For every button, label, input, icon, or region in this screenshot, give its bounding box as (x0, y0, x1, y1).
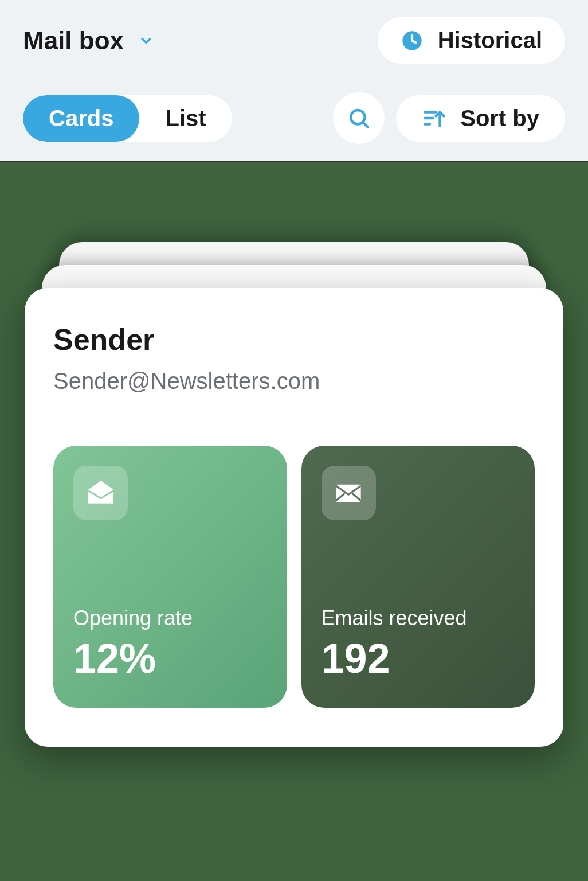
card-email: Sender@Newsletters.com (53, 368, 535, 394)
view-toggle: Cards List (23, 95, 232, 142)
envelope-icon-wrap (322, 466, 376, 520)
top-bar-row-1: Mail box Historical (23, 17, 565, 64)
open-envelope-icon-wrap (73, 466, 128, 520)
opening-rate-label: Opening rate (73, 606, 267, 630)
mailbox-label: Mail box (23, 26, 124, 55)
opening-rate-value: 12% (73, 635, 267, 682)
card-stack: Sender Sender@Newsletters.com Opening ra… (25, 288, 563, 747)
envelope-icon (334, 478, 363, 508)
historical-button[interactable]: Historical (378, 17, 565, 64)
top-bar-row-2: Cards List Sort by (23, 92, 565, 144)
sender-card[interactable]: Sender Sender@Newsletters.com Opening ra… (25, 288, 563, 747)
search-button[interactable] (333, 92, 385, 144)
search-icon (347, 106, 371, 130)
view-cards-button[interactable]: Cards (23, 95, 139, 142)
card-title: Sender (53, 322, 535, 357)
content-area: Sender Sender@Newsletters.com Opening ra… (0, 162, 588, 881)
tiles-row: Opening rate 12% Emails received 192 (53, 446, 535, 708)
svg-rect-10 (336, 484, 360, 501)
view-list-button[interactable]: List (139, 95, 232, 142)
opening-rate-tile[interactable]: Opening rate 12% (53, 446, 287, 708)
open-envelope-icon (86, 478, 116, 508)
chevron-down-icon (138, 33, 154, 49)
mailbox-dropdown[interactable]: Mail box (23, 26, 154, 55)
top-bar: Mail box Historical Cards List Sort by (0, 0, 588, 162)
sort-icon (422, 106, 446, 130)
sort-label: Sort by (460, 106, 539, 131)
emails-received-tile[interactable]: Emails received 192 (301, 446, 535, 708)
historical-label: Historical (438, 28, 542, 53)
svg-line-2 (363, 122, 368, 127)
emails-received-label: Emails received (322, 606, 515, 630)
emails-received-value: 192 (322, 635, 515, 682)
sort-button[interactable]: Sort by (396, 95, 565, 142)
clock-icon (401, 29, 424, 52)
